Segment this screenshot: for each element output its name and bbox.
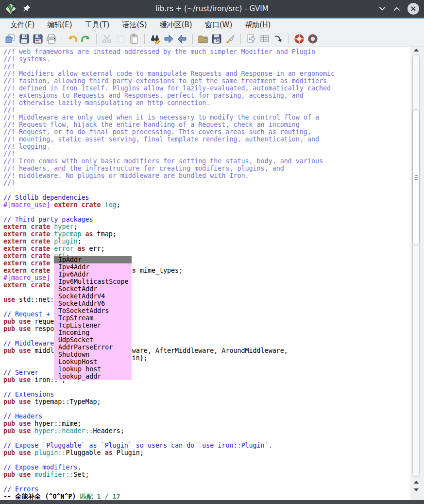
code-line bbox=[3, 456, 410, 464]
window-title: lib.rs + (~/rust/iron/src) - GVIM bbox=[0, 0, 424, 17]
menu-item-0[interactable]: 文件(F) bbox=[4, 18, 41, 31]
maximize-button[interactable] bbox=[393, 4, 401, 14]
mode-message: -- 全能补全 (^O^N^P) bbox=[3, 493, 80, 500]
code-line: //! headers, and the infrastructure for … bbox=[3, 165, 410, 172]
code-line: //! web frameworks are instead addressed… bbox=[3, 48, 410, 55]
menu-item-3[interactable]: 语法(S) bbox=[116, 18, 153, 31]
titlebar: im lib.rs + (~/rust/iron/src) - GVIM bbox=[0, 0, 424, 17]
toolbar-undo-icon[interactable] bbox=[66, 33, 79, 45]
completion-item[interactable]: SocketAddrV6 bbox=[54, 300, 132, 307]
completion-item[interactable]: UdpSocket bbox=[54, 336, 132, 344]
scroll-down-arrow-icon[interactable] bbox=[414, 488, 419, 491]
toolbar-separator bbox=[96, 34, 97, 44]
code-line: // Stdlib dependencies bbox=[3, 194, 410, 201]
completion-item[interactable]: Ipv6MulticastScope bbox=[54, 278, 132, 285]
toolbar-find-help-icon[interactable] bbox=[306, 33, 319, 45]
code-line: extern crate hyper; bbox=[3, 223, 410, 230]
completion-item[interactable]: lookup_addr bbox=[54, 373, 132, 380]
code-line: //! bbox=[3, 63, 410, 70]
code-line bbox=[3, 383, 410, 391]
code-line: // Third party packages bbox=[3, 216, 410, 223]
code-line bbox=[3, 187, 410, 194]
toolbar bbox=[0, 31, 424, 47]
close-button[interactable] bbox=[407, 3, 419, 15]
code-line: //! mounting, static asset serving, fina… bbox=[3, 136, 410, 143]
scrollbar bbox=[410, 47, 424, 500]
toolbar-save-session-icon[interactable] bbox=[210, 33, 223, 45]
menu-item-4[interactable]: 缓冲区(B) bbox=[153, 18, 199, 31]
code-line: // Errors bbox=[3, 486, 410, 493]
completion-item[interactable]: LookupHost bbox=[54, 358, 132, 365]
toolbar-separator bbox=[192, 34, 193, 44]
code-line: //! bbox=[3, 179, 410, 187]
minimize-button[interactable] bbox=[378, 4, 386, 14]
code-line: pub use typemap::TypeMap; bbox=[3, 398, 410, 405]
scrollbar-thumb[interactable] bbox=[412, 109, 420, 245]
menu-item-2[interactable]: 工具(T) bbox=[79, 18, 116, 31]
code-line: extern crate typemap as tmap; bbox=[3, 230, 410, 238]
code-line: // Extensions bbox=[3, 391, 410, 398]
code-line bbox=[3, 209, 410, 216]
toolbar-open-file-icon[interactable] bbox=[4, 33, 17, 45]
scroll-up-arrow-bottom-icon[interactable] bbox=[414, 481, 419, 484]
completion-item[interactable]: Ipv6Addr bbox=[54, 271, 132, 278]
menubar: 文件(F)编辑(E)工具(T)语法(S)缓冲区(B)窗口(W)帮助(H) bbox=[0, 18, 424, 31]
code-line: pub use hyper::mime; bbox=[3, 420, 410, 427]
code-line: //! Iron comes with only basic modifiers… bbox=[3, 157, 410, 165]
completion-item[interactable]: IpAddr bbox=[54, 256, 132, 263]
completion-item[interactable]: AddrParseError bbox=[54, 344, 132, 351]
toolbar-load-session-icon[interactable] bbox=[197, 33, 209, 45]
toolbar-separator bbox=[62, 34, 62, 44]
completion-item[interactable]: Ipv4Addr bbox=[54, 263, 132, 271]
menu-item-1[interactable]: 编辑(E) bbox=[41, 18, 78, 31]
completion-item[interactable]: Incoming bbox=[54, 329, 132, 336]
code-line: extern crate plugin; bbox=[3, 238, 410, 245]
toolbar-print-icon[interactable] bbox=[45, 33, 58, 45]
code-line bbox=[3, 478, 410, 486]
code-line bbox=[3, 405, 410, 413]
completion-item[interactable]: Shutdown bbox=[54, 351, 132, 358]
toolbar-separator bbox=[288, 34, 289, 44]
code-line: //! logging. bbox=[3, 143, 410, 150]
code-line: pub use modifier::Set; bbox=[3, 471, 410, 478]
toolbar-find-replace-icon[interactable] bbox=[149, 33, 161, 45]
completion-item[interactable]: lookup_host bbox=[54, 365, 132, 373]
code-line: extern crate error as err; bbox=[3, 245, 410, 252]
completion-item[interactable]: SocketAddrV4 bbox=[54, 293, 132, 300]
toolbar-run-script-icon[interactable] bbox=[224, 33, 237, 45]
code-line: // Headers bbox=[3, 413, 410, 420]
code-line: //! Middleware are only used when it is … bbox=[3, 114, 410, 121]
scroll-up-arrow-icon[interactable] bbox=[414, 49, 419, 52]
toolbar-find-next-icon[interactable] bbox=[162, 33, 175, 45]
completion-item[interactable]: TcpStream bbox=[54, 314, 132, 322]
toolbar-save-icon[interactable] bbox=[18, 33, 31, 45]
code-line: //! otherwise lazily manipulating an htt… bbox=[3, 99, 410, 106]
toolbar-separator bbox=[144, 34, 145, 44]
toolbar-find-prev-icon[interactable] bbox=[176, 33, 188, 45]
completion-item[interactable]: TcpListener bbox=[54, 322, 132, 329]
code-line: //! Modifiers allow external code to man… bbox=[3, 70, 410, 77]
menu-item-6[interactable]: 帮助(H) bbox=[238, 18, 277, 31]
code-line: //! bbox=[3, 150, 410, 157]
completion-item[interactable]: ToSocketAddrs bbox=[54, 307, 132, 314]
code-line: //! Request flow, hijack the entire hand… bbox=[3, 121, 410, 128]
toolbar-redo-icon[interactable] bbox=[80, 33, 92, 45]
code-line: #[macro_use] extern crate log; bbox=[3, 201, 410, 209]
toolbar-tag-jump-icon[interactable] bbox=[272, 33, 285, 45]
code-line: //! defined in Iron itself. Plugins allo… bbox=[3, 85, 410, 92]
code-line: pub use plugin::Pluggable as Plugin; bbox=[3, 449, 410, 456]
completion-popup: IpAddrIpv4AddrIpv6AddrIpv6MulticastScope… bbox=[54, 256, 132, 380]
toolbar-save-all-icon[interactable] bbox=[32, 33, 44, 45]
scrollbar-grip-icon bbox=[415, 177, 418, 178]
code-line: // Expose modifiers. bbox=[3, 464, 410, 471]
code-line: //! fashion, allowing third-party extens… bbox=[3, 77, 410, 85]
code-line: //! Request, or to do final post-process… bbox=[3, 128, 410, 136]
toolbar-paste-icon[interactable] bbox=[128, 33, 140, 45]
toolbar-run-ctags-icon[interactable] bbox=[258, 33, 271, 45]
code-line: //! bbox=[3, 106, 410, 114]
completion-item[interactable]: SocketAddr bbox=[54, 285, 132, 293]
toolbar-make-icon[interactable] bbox=[245, 33, 257, 45]
toolbar-copy-icon bbox=[114, 33, 127, 45]
menu-item-5[interactable]: 窗口(W) bbox=[199, 18, 239, 31]
toolbar-help-icon[interactable] bbox=[293, 33, 305, 45]
